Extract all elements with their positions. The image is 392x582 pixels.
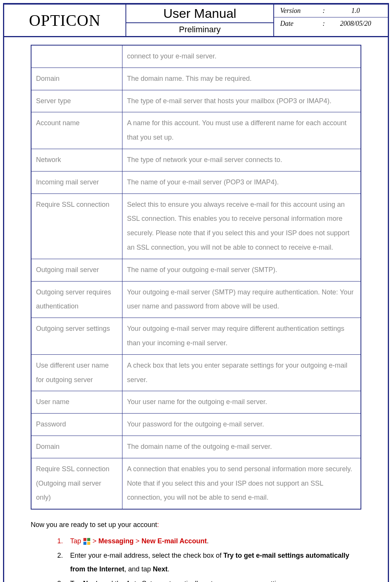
step2-next: Next — [153, 565, 168, 573]
step-3: Tap Next, and the Auto Setup automatical… — [65, 577, 361, 582]
step1-gt1: > — [93, 537, 99, 545]
header-title-block: User Manual Preliminary — [126, 5, 274, 36]
desc-cell: Select this to ensure you always receive… — [122, 193, 361, 259]
table-row: Require SSL connectionSelect this to ens… — [31, 193, 361, 259]
term-cell: Require SSL connection (Outgoing mail se… — [31, 458, 122, 509]
desc-cell: The name of your e-mail server (POP3 or … — [122, 171, 361, 193]
svg-rect-1 — [87, 538, 90, 541]
version-row: Version : 1.0 — [274, 5, 388, 17]
step3-next: Next — [83, 580, 98, 582]
step1-messaging: Messaging — [99, 537, 134, 545]
start-icon — [83, 538, 91, 545]
desc-cell: The domain name. This may be required. — [122, 68, 361, 90]
svg-rect-0 — [83, 538, 86, 541]
svg-rect-2 — [83, 542, 86, 545]
desc-cell: connect to your e-mail server. — [122, 45, 361, 68]
desc-cell: The domain name of the outgoing e-mail s… — [122, 436, 361, 458]
doc-title: User Manual — [126, 5, 273, 23]
step2-b: , and tap — [124, 565, 153, 573]
table-row: connect to your e-mail server. — [31, 45, 361, 68]
table-row: NetworkThe type of network your e-mail s… — [31, 149, 361, 171]
doc-subtitle: Preliminary — [126, 23, 273, 36]
table-row: Outgoing server settingsYour outgoing e-… — [31, 318, 361, 355]
intro-text: Now you are ready to set up your account — [31, 521, 157, 529]
colon: : — [318, 20, 329, 28]
step1-gt2: > — [136, 537, 142, 545]
version-value: 1.0 — [329, 7, 382, 15]
term-cell: Outgoing server settings — [31, 318, 122, 355]
table-row: Outgoing server requires authenticationY… — [31, 281, 361, 318]
definitions-tbody: connect to your e-mail server. DomainThe… — [31, 45, 361, 509]
term-cell: Outgoing server requires authentication — [31, 281, 122, 318]
page-content: connect to your e-mail server. DomainThe… — [4, 37, 388, 582]
colon: : — [318, 7, 329, 15]
term-cell: User name — [31, 391, 122, 414]
table-row: Use different user name for outgoing ser… — [31, 354, 361, 391]
step1-tap: Tap — [70, 537, 83, 545]
step2-a: Enter your e-mail address, select the ch… — [70, 552, 223, 559]
table-row: Server typeThe type of e-mail server tha… — [31, 90, 361, 112]
document-header: OPTICON User Manual Preliminary Version … — [4, 5, 388, 37]
brand: OPTICON — [4, 5, 126, 36]
definitions-table: connect to your e-mail server. DomainThe… — [31, 45, 361, 510]
setup-intro: Now you are ready to set up your account… — [31, 521, 361, 529]
term-cell: Use different user name for outgoing ser… — [31, 354, 122, 391]
desc-cell: Your outgoing e-mail server may require … — [122, 318, 361, 355]
table-row: User nameYour user name for the outgoing… — [31, 391, 361, 414]
step2-period: . — [168, 565, 169, 573]
desc-cell: Your outgoing e-mail server (SMTP) may r… — [122, 281, 361, 318]
desc-cell: The type of network your e-mail server c… — [122, 149, 361, 171]
intro-colon: : — [157, 521, 159, 529]
step3-b: , and the Auto Setup automatically enter… — [98, 580, 289, 582]
term-cell: Domain — [31, 436, 122, 458]
document-page: OPTICON User Manual Preliminary Version … — [3, 3, 389, 582]
term-cell: Incoming mail server — [31, 171, 122, 193]
table-row: Require SSL connection (Outgoing mail se… — [31, 458, 361, 509]
step3-a: Tap — [70, 580, 83, 582]
date-value: 2008/05/20 — [329, 20, 382, 28]
term-cell: Domain — [31, 68, 122, 90]
header-meta: Version : 1.0 Date : 2008/05/20 — [274, 5, 388, 36]
term-cell: Outgoing mail server — [31, 259, 122, 281]
desc-cell: A connection that enables you to send pe… — [122, 458, 361, 509]
setup-steps: Tap > Messaging > New E-mail Account. En… — [31, 534, 361, 582]
svg-rect-3 — [87, 542, 90, 545]
term-cell: Server type — [31, 90, 122, 112]
term-cell: Network — [31, 149, 122, 171]
version-label: Version — [280, 7, 318, 15]
step1-newemail: New E-mail Account — [141, 537, 207, 545]
desc-cell: A check box that lets you enter separate… — [122, 354, 361, 391]
desc-cell: A name for this account. You must use a … — [122, 112, 361, 149]
desc-cell: Your password for the outgoing e-mail se… — [122, 414, 361, 436]
table-row: Account nameA name for this account. You… — [31, 112, 361, 149]
desc-cell: Your user name for the outgoing e-mail s… — [122, 391, 361, 414]
date-row: Date : 2008/05/20 — [274, 17, 388, 30]
term-cell — [31, 45, 122, 68]
term-cell: Require SSL connection — [31, 193, 122, 259]
step-1: Tap > Messaging > New E-mail Account. — [65, 534, 361, 548]
step-2: Enter your e-mail address, select the ch… — [65, 549, 361, 576]
table-row: PasswordYour password for the outgoing e… — [31, 414, 361, 436]
table-row: DomainThe domain name of the outgoing e-… — [31, 436, 361, 458]
date-label: Date — [280, 20, 318, 28]
term-cell: Account name — [31, 112, 122, 149]
desc-cell: The name of your outgoing e-mail server … — [122, 259, 361, 281]
table-row: Incoming mail serverThe name of your e-m… — [31, 171, 361, 193]
table-row: Outgoing mail serverThe name of your out… — [31, 259, 361, 281]
term-cell: Password — [31, 414, 122, 436]
desc-cell: The type of e-mail server that hosts you… — [122, 90, 361, 112]
step1-period: . — [207, 537, 209, 545]
table-row: DomainThe domain name. This may be requi… — [31, 68, 361, 90]
